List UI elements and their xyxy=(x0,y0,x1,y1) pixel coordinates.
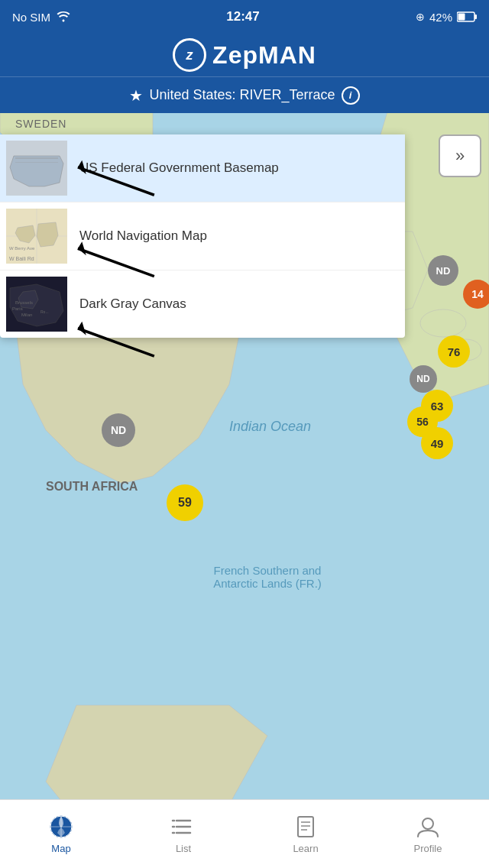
basemap-label-dark: Dark Gray Canvas xyxy=(79,296,186,312)
nav-item-learn[interactable]: Learn xyxy=(244,800,367,868)
location-indicator: ⊕ xyxy=(416,11,425,23)
svg-text:Ro...: Ro... xyxy=(40,309,49,314)
location-text: United States: RIVER_Terrace xyxy=(149,87,335,103)
svg-text:Milan: Milan xyxy=(21,313,32,317)
marker-59: 59 xyxy=(167,484,203,521)
svg-point-9 xyxy=(420,309,466,337)
list-nav-icon xyxy=(170,814,196,840)
marker-76: 76 xyxy=(438,335,470,368)
svg-marker-7 xyxy=(46,705,267,799)
nav-item-list[interactable]: List xyxy=(122,800,244,868)
svg-rect-13 xyxy=(15,157,58,159)
marker-14: 14 xyxy=(463,280,489,309)
logo-icon: z xyxy=(173,38,206,72)
basemap-item-federal[interactable]: US Federal Government Basemap xyxy=(0,134,405,202)
wifi-icon xyxy=(57,11,70,22)
basemap-label-federal: US Federal Government Basemap xyxy=(79,160,279,176)
marker-nd2: ND xyxy=(410,365,437,393)
app-logo: z ZepMAN xyxy=(173,38,316,72)
time-label: 12:47 xyxy=(226,9,259,24)
svg-text:Paris: Paris xyxy=(12,306,23,311)
basemap-item-world[interactable]: W Baili Rd W Berry Ave World Navigation … xyxy=(0,202,405,270)
status-bar: No SIM 12:47 ⊕ 42% xyxy=(0,0,489,34)
basemap-panel: US Federal Government Basemap W Baili Rd… xyxy=(0,134,405,338)
svg-rect-45 xyxy=(298,817,313,837)
expand-icon: » xyxy=(455,146,465,166)
svg-text:W Berry Ave: W Berry Ave xyxy=(9,246,35,251)
basemap-label-world: World Navigation Map xyxy=(79,228,207,244)
nav-label-list: List xyxy=(176,843,191,854)
carrier-label: No SIM xyxy=(12,11,50,24)
basemap-thumb-dark: Brussels Paris Milan Ro... xyxy=(6,277,67,332)
basemap-thumb-federal xyxy=(6,141,67,196)
basemap-thumb-world: W Baili Rd W Berry Ave xyxy=(6,209,67,264)
map-area: SWEDEN Indian Ocean SOUTH AFRICA French … xyxy=(0,113,489,799)
basemap-item-dark[interactable]: Brussels Paris Milan Ro... Dark Gray Can… xyxy=(0,270,405,338)
nav-item-profile[interactable]: Profile xyxy=(367,800,489,868)
svg-rect-2 xyxy=(458,14,465,21)
star-icon: ★ xyxy=(129,86,143,105)
marker-nd-main: ND xyxy=(102,413,135,447)
profile-nav-icon xyxy=(415,814,441,840)
marker-nd1: ND xyxy=(428,255,458,286)
learn-nav-icon xyxy=(293,814,319,840)
svg-marker-23 xyxy=(10,284,63,326)
nav-label-learn: Learn xyxy=(293,843,318,854)
svg-rect-14 xyxy=(15,162,58,163)
battery-icon xyxy=(457,11,477,22)
map-nav-icon xyxy=(48,814,74,840)
info-icon[interactable]: i xyxy=(342,86,360,105)
battery-label: 42% xyxy=(429,11,452,24)
svg-text:Brussels: Brussels xyxy=(15,300,33,305)
nav-label-map: Map xyxy=(51,843,70,854)
app-header: z ZepMAN xyxy=(0,34,489,76)
nav-label-profile: Profile xyxy=(414,843,442,854)
app-title: ZepMAN xyxy=(212,41,316,70)
svg-point-49 xyxy=(423,818,433,829)
nav-item-map[interactable]: Map xyxy=(0,800,122,868)
svg-rect-1 xyxy=(474,15,477,19)
bottom-nav: Map List Learn Profile xyxy=(0,799,489,868)
expand-button[interactable]: » xyxy=(439,134,481,177)
location-bar: ★ United States: RIVER_Terrace i xyxy=(0,76,489,113)
marker-49: 49 xyxy=(421,427,453,459)
svg-text:W Baili Rd: W Baili Rd xyxy=(9,256,34,261)
